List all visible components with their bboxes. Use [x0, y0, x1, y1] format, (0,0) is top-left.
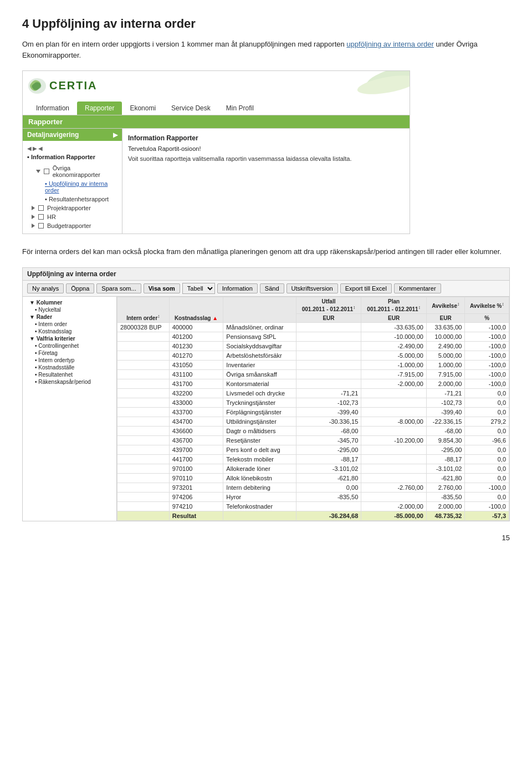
left-panel-rader: ▼ Rader: [25, 313, 114, 321]
table-row: 433000 Tryckningstjänster -102,73 -102,7…: [117, 398, 509, 407]
visa-som-select[interactable]: Tabell: [182, 283, 215, 294]
cell-avvikelse: 5.000,00: [426, 351, 465, 360]
sidebar-projekt[interactable]: Projektrapporter: [25, 204, 120, 212]
cell-utfall: [296, 332, 361, 341]
table-row: 431050 Inventarier -1.000,00 1.000,00 -1…: [117, 360, 509, 369]
cell-avvikelse: -22.336,15: [426, 417, 465, 426]
cell-konto: 974206: [169, 492, 223, 501]
cell-konto: 400000: [169, 322, 223, 332]
checkbox-budget-icon: [38, 223, 44, 229]
cell-utfall: [296, 501, 361, 511]
cell-desc: Arbetslöshetsförsäkr: [223, 351, 296, 360]
cell-konto: 974210: [169, 501, 223, 511]
sidebar-section-info: • Information Rapporter: [25, 153, 120, 161]
cell-avvikelse-pct: -57,3: [465, 511, 509, 520]
table-row: 434700 Utbildningstjänster -30.336,15 -8…: [117, 417, 509, 426]
cell-konto: 431050: [169, 360, 223, 369]
cell-utfall: -88,17: [296, 454, 361, 464]
cell-desc: Kontorsmaterial: [223, 379, 296, 388]
sidebar-hr[interactable]: HR: [25, 212, 120, 221]
intro-paragraph: Om en plan för en intern order uppgjorts…: [22, 39, 510, 60]
data-table-container: Intern order↕ Kostnadsslag ▲ Utfall001.2…: [117, 297, 509, 521]
cell-intern-order: [117, 332, 170, 341]
sidebar-content: ◀ ▶ ◀ • Information Rapporter Övriga eko…: [23, 141, 122, 234]
cell-avvikelse: 10.000,00: [426, 332, 465, 341]
cell-avvikelse: 48.735,32: [426, 511, 465, 520]
cell-intern-order: [117, 360, 170, 369]
cell-utfall: -295,00: [296, 445, 361, 454]
nav-information[interactable]: Information: [28, 102, 77, 115]
cell-desc: Intern debitering: [223, 483, 296, 492]
kommentarer-button[interactable]: Kommentarer: [394, 283, 441, 293]
cell-intern-order: [117, 492, 170, 501]
cell-desc: Övriga småanskaff: [223, 369, 296, 379]
cell-desc: Månadslöner, ordinar: [223, 322, 296, 332]
col-subheader-pct: %: [465, 313, 509, 322]
checkbox-icon: [44, 169, 49, 174]
triangle-right-icon: [32, 206, 35, 210]
green-bar: Rapporter: [23, 115, 410, 128]
cell-plan: -10.200,00: [361, 435, 427, 445]
cell-utfall: -102,73: [296, 398, 361, 407]
table-row: 401270 Arbetslöshetsförsäkr -5.000,00 5.…: [117, 351, 509, 360]
cell-utfall: -345,70: [296, 435, 361, 445]
export-excel-button[interactable]: Export till Excel: [340, 283, 392, 293]
spara-som-button[interactable]: Spara som...: [96, 283, 141, 293]
cell-desc: Telekostn mobiler: [223, 454, 296, 464]
left-panel-resultatenhet: • Resultatenhet: [25, 371, 114, 378]
col-header-utfall: Utfall001.2011 - 012.2011↕: [296, 297, 361, 313]
cell-avvikelse-pct: -100,0: [465, 501, 509, 511]
cell-avvikelse: -102,73: [426, 398, 465, 407]
cell-desc: Dagtr o måltidsers: [223, 426, 296, 435]
cell-konto: 433000: [169, 398, 223, 407]
oppna-button[interactable]: Öppna: [66, 283, 94, 293]
report-table: Intern order↕ Kostnadsslag ▲ Utfall001.2…: [117, 297, 509, 521]
col-subheader-eur2: EUR: [361, 313, 427, 322]
cell-avvikelse-pct: 0,0: [465, 464, 509, 473]
cell-utfall: [296, 379, 361, 388]
sidebar-resultat[interactable]: • Resultatenhetsrapport: [38, 195, 120, 204]
cell-plan: [361, 426, 427, 435]
col-header-kostnadsslag: Kostnadsslag ▲: [169, 297, 223, 322]
nav-service-desk[interactable]: Service Desk: [163, 102, 218, 115]
sidebar-budget[interactable]: Budgetrapporter: [25, 221, 120, 230]
sidebar-ovriga-ekonomi[interactable]: Övriga ekonomirapporter: [29, 164, 120, 179]
right-panel-title: Information Rapporter: [128, 134, 404, 142]
nav-ekonomi[interactable]: Ekonomi: [122, 102, 163, 115]
left-panel-intern-order: • Intern order: [25, 321, 114, 328]
cell-plan: -2.490,00: [361, 341, 427, 351]
cell-plan: -33.635,00: [361, 322, 427, 332]
cell-desc: Tryckningstjänster: [223, 398, 296, 407]
ny-analys-button[interactable]: Ny analys: [27, 283, 64, 293]
cell-avvikelse: 7.915,00: [426, 369, 465, 379]
cell-plan: [361, 398, 427, 407]
sand-button[interactable]: Sänd: [260, 283, 284, 293]
information-button[interactable]: Information: [217, 283, 258, 293]
intro-link[interactable]: uppföljning av interna order: [346, 40, 434, 48]
left-panel: ▼ Kolumner • Nyckeltal ▼ Rader • Intern …: [23, 297, 117, 521]
cell-desc: Utbildningstjänster: [223, 417, 296, 426]
sidebar-toggle-icon[interactable]: ▶: [113, 131, 117, 139]
cell-avvikelse: 2.000,00: [426, 501, 465, 511]
left-panel-kostnadsslag: • Kostnadsslag: [25, 328, 114, 335]
cell-plan: -85.000,00: [361, 511, 427, 520]
nav-rapporter[interactable]: Rapporter: [77, 102, 122, 115]
utskriftsversion-button[interactable]: Utskriftsversion: [287, 283, 338, 293]
left-panel-foretag: • Företag: [25, 349, 114, 357]
visa-som-button[interactable]: Visa som: [144, 283, 180, 293]
page-heading: 4 Uppföljning av interna order: [22, 17, 510, 31]
cell-utfall: 0,00: [296, 483, 361, 492]
sidebar-nav-arrows: ◀ ▶ ◀: [25, 144, 120, 153]
cell-intern-order: [117, 501, 170, 511]
nav-min-profil[interactable]: Min Profil: [218, 102, 262, 115]
certia-screenshot: CERTIA Information Rapporter Ekonomi Ser…: [22, 70, 410, 234]
table-row: 431100 Övriga småanskaff -7.915,00 7.915…: [117, 369, 509, 379]
sidebar-uppfoljning[interactable]: • Uppföljning av interna order: [38, 179, 120, 195]
cell-avvikelse-pct: -100,0: [465, 369, 509, 379]
table-row: 970100 Allokerade löner -3.101,02 -3.101…: [117, 464, 509, 473]
cell-intern-order: [117, 464, 170, 473]
cell-avvikelse: 1.000,00: [426, 360, 465, 369]
cell-plan: [361, 454, 427, 464]
cell-intern-order: [117, 417, 170, 426]
sidebar: Detaljnavigering ▶ ◀ ▶ ◀ • Information R…: [23, 129, 122, 234]
